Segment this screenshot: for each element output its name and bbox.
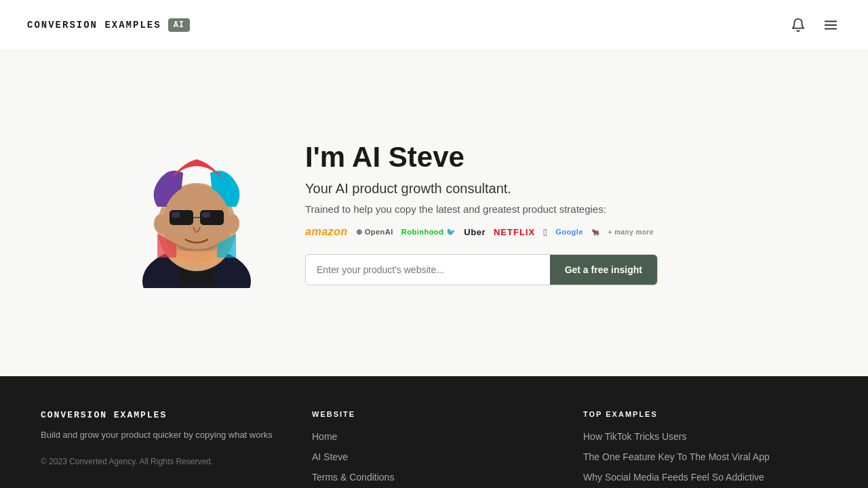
uber-logo: Uber — [464, 227, 486, 237]
footer-tagline: Build and grow your product quicker by c… — [41, 428, 285, 442]
hero-subheading: Your AI product growth consultant. — [305, 181, 739, 197]
bell-icon — [791, 18, 806, 33]
footer-logo: CONVERSION EXAMPLES — [41, 410, 285, 420]
get-insight-button[interactable]: Get a free insight — [550, 255, 657, 285]
footer-tiktok-link[interactable]: How TikTok Tricks Users — [583, 431, 686, 442]
footer-terms-link[interactable]: Terms & Conditions — [312, 472, 394, 483]
hamburger-icon — [823, 18, 838, 33]
footer-top-examples-links: How TikTok Tricks Users The One Feature … — [583, 430, 827, 483]
svg-rect-12 — [202, 212, 210, 218]
list-item: Terms & Conditions — [312, 471, 556, 483]
svg-rect-11 — [172, 212, 180, 218]
list-item: Why Social Media Feeds Feel So Addictive — [583, 471, 827, 483]
robinhood-logo: Robinhood 🐦 — [401, 228, 456, 237]
cta-row: Get a free insight — [305, 254, 658, 285]
list-item: AI Steve — [312, 451, 556, 463]
list-item: How TikTok Tricks Users — [583, 430, 827, 443]
footer-brand: CONVERSION EXAMPLES Build and grow your … — [41, 410, 285, 488]
amazon-logo: amazon — [305, 226, 348, 238]
list-item: Home — [312, 430, 556, 443]
footer: CONVERSION EXAMPLES Build and grow your … — [0, 376, 868, 488]
footer-website-links: Home AI Steve Terms & Conditions Privacy… — [312, 430, 556, 488]
notification-button[interactable] — [788, 15, 808, 35]
menu-button[interactable] — [821, 15, 841, 35]
hero-description: Trained to help you copy the latest and … — [305, 203, 739, 215]
more-brands-label: + many more — [608, 228, 654, 236]
hero-avatar — [129, 139, 264, 288]
svg-point-13 — [154, 214, 167, 233]
footer-viral-app-link[interactable]: The One Feature Key To The Most Viral Ap… — [583, 451, 770, 462]
logo-area: CONVERSION EXAMPLES AI — [27, 18, 190, 32]
google-logo: Google — [555, 228, 583, 236]
hero-inner: I'm AI Steve Your AI product growth cons… — [129, 139, 739, 288]
redbull-logo: 🐂 — [591, 228, 600, 236]
list-item: The One Feature Key To The Most Viral Ap… — [583, 451, 827, 463]
svg-point-14 — [226, 214, 239, 233]
footer-top-examples-col: TOP EXAMPLES How TikTok Tricks Users The… — [583, 410, 827, 488]
openai-logo: ⊕ OpenAI — [356, 228, 393, 237]
footer-top-examples-heading: TOP EXAMPLES — [583, 410, 827, 418]
ai-badge: AI — [168, 18, 190, 32]
footer-ai-steve-link[interactable]: AI Steve — [312, 451, 348, 462]
ai-steve-portrait — [129, 139, 264, 288]
hero-content: I'm AI Steve Your AI product growth cons… — [305, 142, 739, 285]
footer-copyright: © 2023 Converted Agency. All Rights Rese… — [41, 455, 285, 468]
logo-text: CONVERSION EXAMPLES — [27, 20, 161, 30]
netflix-logo: NETFLIX — [494, 227, 535, 237]
hero-section: I'm AI Steve Your AI product growth cons… — [0, 51, 868, 376]
brand-logos: amazon ⊕ OpenAI Robinhood 🐦 Uber NETFLIX… — [305, 226, 739, 238]
apple-logo:  — [543, 226, 547, 238]
footer-website-col: WEBSITE Home AI Steve Terms & Conditions… — [312, 410, 556, 488]
footer-website-heading: WEBSITE — [312, 410, 556, 418]
footer-home-link[interactable]: Home — [312, 431, 337, 442]
hero-heading: I'm AI Steve — [305, 142, 739, 173]
header-icons — [788, 15, 841, 35]
footer-social-media-link[interactable]: Why Social Media Feeds Feel So Addictive — [583, 472, 764, 483]
product-url-input[interactable] — [306, 255, 550, 285]
